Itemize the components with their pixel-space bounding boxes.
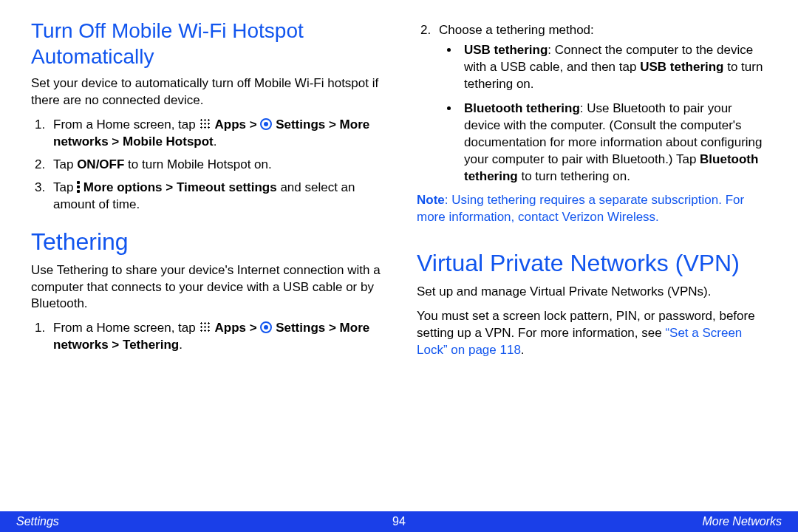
vpn-requirement-text-post: . xyxy=(521,343,525,357)
tether-method-usb: USB tethering: Connect the computer to t… xyxy=(460,42,767,93)
tethering-note: Note: Using tethering requires a separat… xyxy=(417,192,767,226)
steps-turn-off-hotspot: From a Home screen, tap Apps > Settings … xyxy=(31,117,381,214)
step-1: From a Home screen, tap Apps > Settings … xyxy=(49,117,381,151)
tether-step-1: From a Home screen, tap Apps > Settings … xyxy=(49,320,381,354)
step-3: Tap More options > Timeout settings and … xyxy=(49,180,381,214)
step-2-text-pre: Tap xyxy=(53,157,77,171)
heading-vpn: Virtual Private Networks (VPN) xyxy=(417,248,767,278)
paragraph-vpn-requirement: You must set a screen lock pattern, PIN,… xyxy=(417,308,767,359)
tether-step-1-text-pre: From a Home screen, tap xyxy=(53,321,199,335)
bt-tethering-label: Bluetooth tethering xyxy=(464,101,580,115)
bt-tethering-text-2: to turn tethering on. xyxy=(518,169,630,183)
settings-icon xyxy=(260,118,272,130)
note-label: Note xyxy=(417,193,445,207)
tether-method-list: USB tethering: Connect the computer to t… xyxy=(439,42,767,185)
paragraph-hotspot-intro: Set your device to automatically turn of… xyxy=(31,75,381,109)
settings-icon xyxy=(260,321,272,333)
footer-section-left: Settings xyxy=(16,515,392,528)
step-1-text-post: . xyxy=(214,134,217,149)
apps-icon xyxy=(199,117,211,130)
left-column: Turn Off Mobile Wi-Fi Hotspot Automatica… xyxy=(31,18,381,366)
footer-section-right: More Networks xyxy=(406,515,782,528)
tether-step-2-text: Choose a tethering method: xyxy=(439,23,594,37)
paragraph-tethering-intro: Use Tethering to share your device's Int… xyxy=(31,262,381,313)
usb-tethering-action: USB tethering xyxy=(640,60,723,74)
heading-turn-off-hotspot: Turn Off Mobile Wi-Fi Hotspot Automatica… xyxy=(31,18,381,69)
page-content: Turn Off Mobile Wi-Fi Hotspot Automatica… xyxy=(0,0,798,366)
step-2-onoff: ON/OFF xyxy=(77,157,124,171)
usb-tethering-label: USB tethering xyxy=(464,43,548,57)
tether-step-1-apps-label: Apps > xyxy=(211,321,260,335)
steps-tethering-continued: Choose a tethering method: USB tethering… xyxy=(417,22,767,185)
step-1-apps-label: Apps > xyxy=(211,117,260,132)
note-text: : Using tethering requires a separate su… xyxy=(417,193,744,224)
page-footer: Settings 94 More Networks xyxy=(0,511,798,532)
tether-step-2: Choose a tethering method: USB tethering… xyxy=(434,22,767,185)
right-column: Choose a tethering method: USB tethering… xyxy=(417,18,767,366)
paragraph-vpn-intro: Set up and manage Virtual Private Networ… xyxy=(417,284,767,301)
heading-tethering: Tethering xyxy=(31,227,381,256)
tether-method-bluetooth: Bluetooth tethering: Use Bluetooth to pa… xyxy=(460,100,767,185)
step-3-text-pre: Tap xyxy=(53,180,77,194)
more-options-icon xyxy=(77,181,80,193)
tether-step-1-text-post: . xyxy=(179,338,183,352)
footer-page-number: 94 xyxy=(392,515,406,528)
step-3-more-options-path: More options > Timeout settings xyxy=(80,180,277,194)
step-2: Tap ON/OFF to turn Mobile Hotspot on. xyxy=(49,157,381,174)
steps-tethering: From a Home screen, tap Apps > Settings … xyxy=(31,320,381,354)
step-2-text-post: to turn Mobile Hotspot on. xyxy=(124,157,271,171)
manual-page: Turn Off Mobile Wi-Fi Hotspot Automatica… xyxy=(0,0,798,532)
apps-icon xyxy=(199,321,211,333)
step-1-text-pre: From a Home screen, tap xyxy=(53,117,199,132)
